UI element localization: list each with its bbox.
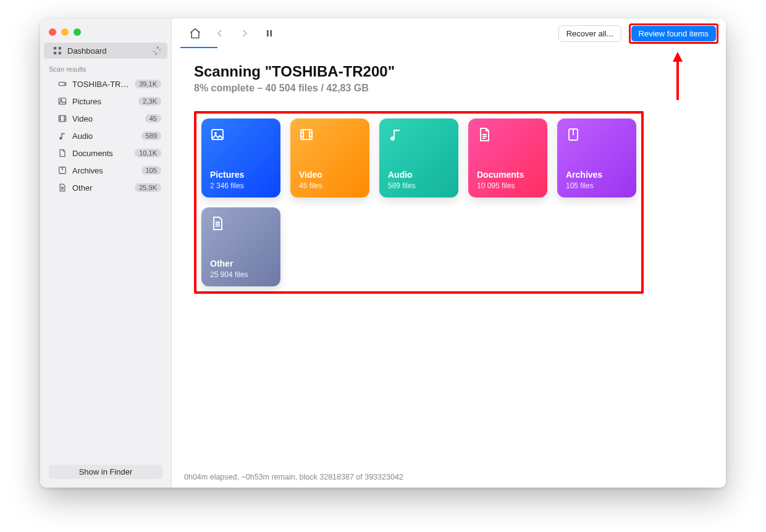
- main-pane: Recover all... Review found items Scanni…: [172, 19, 726, 488]
- review-found-items-button[interactable]: Review found items: [631, 26, 716, 41]
- card-title: Other: [210, 259, 272, 269]
- card-subtitle: 25 904 files: [210, 270, 272, 279]
- card-title: Pictures: [210, 170, 272, 180]
- close-window-button[interactable]: [49, 28, 56, 36]
- sidebar: Dashboard Scan results TOSHIBA-TR200 39,…: [40, 19, 172, 488]
- window-controls: [40, 23, 171, 42]
- back-button[interactable]: [209, 22, 231, 44]
- archive-icon: [57, 165, 67, 175]
- svg-rect-10: [267, 30, 269, 37]
- count-badge: 10,1K: [135, 149, 161, 157]
- sidebar-item-drive[interactable]: TOSHIBA-TR200 39,1K: [44, 76, 167, 92]
- svg-rect-6: [59, 98, 65, 104]
- sidebar-item-video[interactable]: Video 45: [44, 110, 167, 127]
- count-badge: 45: [145, 114, 161, 123]
- card-title: Video: [299, 170, 361, 180]
- forward-button[interactable]: [234, 22, 256, 44]
- svg-point-5: [64, 83, 65, 84]
- file-icon: [57, 183, 67, 193]
- minimize-window-button[interactable]: [61, 28, 69, 36]
- sidebar-item-documents[interactable]: Documents 10,1K: [44, 145, 167, 161]
- scan-title: Scanning "TOSHIBA-TR200": [194, 63, 704, 80]
- svg-rect-1: [59, 47, 61, 49]
- status-bar: 0h04m elapsed, ~0h53m remain, block 3281…: [172, 467, 726, 488]
- content: Scanning "TOSHIBA-TR200" 8% complete – 4…: [172, 48, 726, 467]
- sidebar-item-pictures[interactable]: Pictures 2,3K: [44, 93, 167, 109]
- film-icon: [299, 127, 314, 142]
- card-subtitle: 2 346 files: [210, 181, 272, 190]
- sidebar-item-label: Dashboard: [67, 46, 148, 56]
- app-window: Dashboard Scan results TOSHIBA-TR200 39,…: [40, 19, 726, 488]
- drive-icon: [57, 79, 67, 89]
- archive-icon: [566, 127, 581, 142]
- count-badge: 39,1K: [135, 80, 161, 88]
- film-icon: [57, 114, 67, 123]
- sidebar-item-label: Archives: [72, 166, 137, 175]
- document-icon: [57, 148, 67, 158]
- svg-point-13: [214, 132, 217, 135]
- card-title: Audio: [388, 170, 450, 180]
- zoom-window-button[interactable]: [74, 28, 81, 36]
- recover-all-button[interactable]: Recover all...: [558, 25, 621, 42]
- svg-rect-0: [54, 47, 56, 49]
- highlight-annotation: Pictures 2 346 files Video 45 files: [194, 111, 644, 294]
- card-title: Archives: [566, 170, 628, 180]
- document-icon: [477, 127, 492, 142]
- card-title: Documents: [477, 170, 539, 180]
- grid-icon: [53, 46, 62, 56]
- show-in-finder-button[interactable]: Show in Finder: [49, 465, 162, 479]
- card-subtitle: 105 files: [566, 181, 628, 190]
- sidebar-item-label: Documents: [72, 149, 130, 158]
- music-note-icon: [388, 127, 403, 142]
- svg-rect-14: [301, 130, 312, 139]
- svg-rect-8: [59, 115, 65, 122]
- sidebar-item-audio[interactable]: Audio 589: [44, 128, 167, 144]
- highlight-annotation: Review found items: [629, 23, 718, 44]
- card-other[interactable]: Other 25 904 files: [201, 207, 280, 286]
- count-badge: 589: [141, 131, 161, 140]
- svg-rect-11: [270, 30, 272, 37]
- category-cards: Pictures 2 346 files Video 45 files: [201, 118, 636, 286]
- svg-point-7: [61, 99, 62, 101]
- picture-icon: [57, 96, 67, 106]
- card-subtitle: 45 files: [299, 181, 361, 190]
- music-note-icon: [57, 131, 67, 141]
- sidebar-item-other[interactable]: Other 25,9K: [44, 180, 167, 196]
- sidebar-item-archives[interactable]: Archives 105: [44, 162, 167, 178]
- sidebar-footer: Show in Finder: [40, 459, 171, 488]
- count-badge: 2,3K: [138, 97, 161, 106]
- count-badge: 105: [141, 166, 161, 175]
- card-subtitle: 10 095 files: [477, 181, 539, 190]
- status-text: 0h04m elapsed, ~0h53m remain, block 3281…: [184, 473, 403, 481]
- scan-subtitle: 8% complete – 40 504 files / 42,83 GB: [194, 83, 704, 94]
- home-button[interactable]: [184, 22, 206, 44]
- card-video[interactable]: Video 45 files: [290, 118, 369, 197]
- card-pictures[interactable]: Pictures 2 346 files: [201, 118, 280, 197]
- sidebar-item-label: Other: [72, 183, 130, 193]
- pause-button[interactable]: [258, 22, 280, 44]
- sidebar-item-label: TOSHIBA-TR200: [72, 80, 130, 89]
- sidebar-item-dashboard[interactable]: Dashboard: [44, 43, 167, 59]
- file-icon: [210, 216, 225, 231]
- card-subtitle: 589 files: [388, 181, 450, 190]
- toolbar: Recover all... Review found items: [172, 19, 726, 48]
- sidebar-section-header: Scan results: [40, 59, 171, 75]
- sidebar-item-label: Audio: [72, 131, 137, 141]
- card-audio[interactable]: Audio 589 files: [379, 118, 458, 197]
- picture-icon: [210, 127, 225, 142]
- card-documents[interactable]: Documents 10 095 files: [468, 118, 547, 197]
- spinner-icon: [153, 46, 161, 55]
- sidebar-item-label: Pictures: [72, 97, 133, 106]
- svg-rect-2: [54, 52, 56, 54]
- card-archives[interactable]: Archives 105 files: [557, 118, 636, 197]
- count-badge: 25,9K: [135, 183, 161, 192]
- svg-rect-3: [59, 52, 61, 54]
- sidebar-item-label: Video: [72, 114, 140, 123]
